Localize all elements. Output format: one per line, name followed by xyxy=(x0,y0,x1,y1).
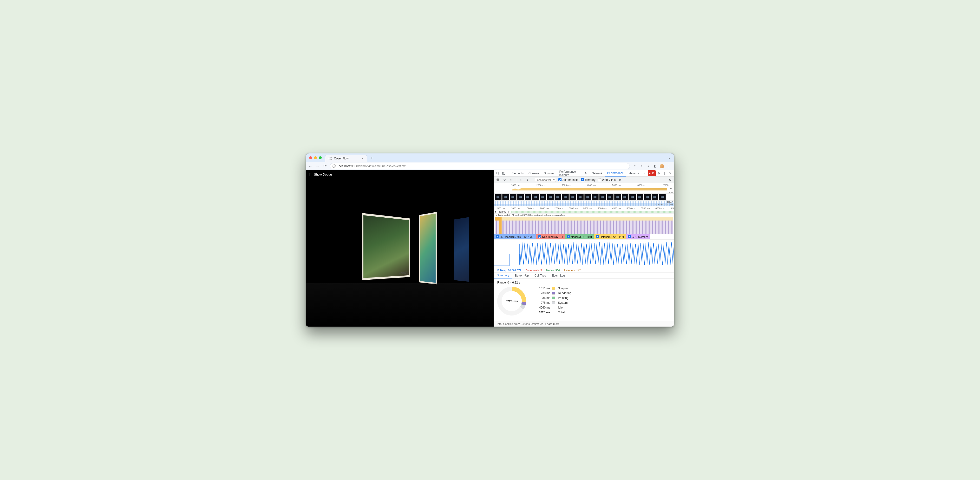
tab-call-tree[interactable]: Call Tree xyxy=(531,273,549,278)
web-vitals-checkbox[interactable]: Web Vitals xyxy=(598,178,616,182)
tab-sources[interactable]: Sources xyxy=(542,170,557,176)
tab-network[interactable]: Network xyxy=(589,170,605,176)
filmstrip-frame[interactable] xyxy=(502,194,509,200)
tab-elements[interactable]: Elements xyxy=(509,170,526,176)
coverflow-item[interactable]: Volume One DAB RECORDS xyxy=(362,213,410,280)
filmstrip-frame[interactable] xyxy=(592,194,598,200)
chrome-menu-button[interactable]: ⋮ xyxy=(667,164,671,168)
site-info-icon[interactable]: i xyxy=(332,165,336,168)
filmstrip-frame[interactable] xyxy=(607,194,614,200)
device-toggle-icon[interactable] xyxy=(501,170,506,176)
frames-track[interactable]: ▶ Framesns xyxy=(494,210,674,214)
filmstrip-frame[interactable] xyxy=(659,194,666,200)
share-icon[interactable]: ⇪ xyxy=(633,164,636,168)
filmstrip-frame[interactable] xyxy=(562,194,569,200)
filmstrip-frame[interactable] xyxy=(510,194,517,200)
show-debug-checkbox[interactable] xyxy=(309,173,312,176)
flame-chart[interactable] xyxy=(495,217,673,234)
tabs-more-icon[interactable]: » xyxy=(641,170,647,176)
filmstrip-frame[interactable] xyxy=(614,194,621,200)
filmstrip-frame[interactable] xyxy=(532,194,539,200)
record-button[interactable] xyxy=(496,178,500,182)
filmstrip-frame[interactable] xyxy=(555,194,561,200)
coverflow-item[interactable] xyxy=(453,217,469,282)
filmstrip-frame[interactable] xyxy=(622,194,628,200)
profile-avatar[interactable] xyxy=(660,164,664,168)
main-thread-track[interactable]: ▼Main — http://localhost:3000/demo/view-… xyxy=(494,214,674,234)
window-minimize-button[interactable] xyxy=(314,156,317,159)
filmstrip-frame[interactable] xyxy=(539,194,546,200)
collapse-icon[interactable]: ▼ xyxy=(495,214,497,216)
bookmark-icon[interactable]: ☆ xyxy=(640,164,643,168)
heap-graph[interactable] xyxy=(494,239,674,268)
filmstrip-frame[interactable] xyxy=(525,194,531,200)
session-select[interactable]: localhost #1 xyxy=(535,178,556,182)
load-profile-button[interactable]: ↥ xyxy=(519,178,523,182)
tab-performance[interactable]: Performance xyxy=(605,170,626,176)
tab-event-log[interactable]: Event Log xyxy=(549,273,568,278)
filmstrip-frame[interactable] xyxy=(495,194,501,200)
tab-memory[interactable]: Memory xyxy=(626,170,641,176)
capture-settings-icon[interactable]: ⚙ xyxy=(668,178,672,182)
counter-gpu[interactable]: GPU Memory xyxy=(626,234,650,239)
tab-console[interactable]: Console xyxy=(527,170,541,176)
overview-cpu-track[interactable]: CPU xyxy=(494,187,674,191)
overview-section[interactable]: 1000 ms 2000 ms 3000 ms 4000 ms 5000 ms … xyxy=(494,183,674,206)
frames-bars[interactable] xyxy=(511,211,674,213)
detail-ruler[interactable]: 500 ms 1000 ms 1500 ms 2000 ms 2500 ms 3… xyxy=(494,206,674,210)
reload-record-button[interactable]: ⟳ xyxy=(503,178,507,182)
overview-heap-track[interactable]: HEAP 10.5 MB – 12.7 MB xyxy=(494,201,674,206)
counter-listeners[interactable]: Listeners[142 – 142] xyxy=(594,234,626,239)
screenshot-filmstrip[interactable] xyxy=(494,193,674,201)
learn-more-link[interactable]: Learn more xyxy=(546,323,560,325)
tab-performance-insights[interactable]: Performance insights ⚗ xyxy=(557,170,589,176)
new-tab-button[interactable]: ＋ xyxy=(370,155,374,161)
filmstrip-frame[interactable] xyxy=(547,194,554,200)
save-profile-button[interactable]: ↧ xyxy=(525,178,530,182)
expand-icon[interactable]: ▶ xyxy=(495,211,497,213)
side-panel-icon[interactable]: ◧ xyxy=(653,164,657,168)
stat-docs: Documents: 5 xyxy=(526,269,542,272)
browser-tab[interactable]: Cover Flow × xyxy=(325,155,367,162)
coverflow-stage[interactable]: Volume One DAB RECORDS xyxy=(306,185,493,326)
filmstrip-frame[interactable] xyxy=(517,194,524,200)
address-input[interactable]: i localhost:3000/demo/view-timeline-css/… xyxy=(330,163,630,169)
counter-nodes[interactable]: Nodes[304 – 304] xyxy=(565,234,594,239)
overview-net-track[interactable]: NET xyxy=(494,191,674,193)
error-count-badge[interactable]: 22 xyxy=(648,170,655,176)
filmstrip-frame[interactable] xyxy=(644,194,651,200)
counter-jsheap[interactable]: JS Heap[10.5 MB – 12.7 MB] xyxy=(494,234,536,239)
counter-documents[interactable]: Documents[5 – 5] xyxy=(536,234,565,239)
devtools-close-icon[interactable]: ✕ xyxy=(667,170,673,176)
overview-ruler[interactable]: 1000 ms 2000 ms 3000 ms 4000 ms 5000 ms … xyxy=(494,183,674,187)
tab-bottom-up[interactable]: Bottom-Up xyxy=(512,273,531,278)
inspect-element-icon[interactable] xyxy=(495,170,501,176)
devtools-menu-icon[interactable]: ⋮ xyxy=(662,170,667,176)
garbage-collect-button[interactable]: 🗑 xyxy=(618,178,622,182)
devtools-settings-icon[interactable]: ⚙ xyxy=(656,170,662,176)
legend-ms: 36 ms xyxy=(533,296,550,299)
window-close-button[interactable] xyxy=(309,156,312,159)
filmstrip-frame[interactable] xyxy=(577,194,584,200)
clear-button[interactable]: ⊘ xyxy=(509,178,514,182)
window-maximize-button[interactable] xyxy=(319,156,322,159)
filmstrip-frame[interactable] xyxy=(636,194,643,200)
nav-reload-button[interactable]: ⟳ xyxy=(323,164,327,168)
summary-range: Range: 0 – 6.22 s xyxy=(497,281,671,284)
filmstrip-frame[interactable] xyxy=(652,194,658,200)
filmstrip-frame[interactable] xyxy=(584,194,591,200)
coverflow-item[interactable] xyxy=(419,212,437,284)
filmstrip-frame[interactable] xyxy=(599,194,606,200)
show-debug-option[interactable]: Show Debug xyxy=(306,170,493,179)
filmstrip-frame[interactable] xyxy=(629,194,636,200)
tabs-overflow-button[interactable]: ⌄ xyxy=(668,156,671,160)
summary-donut-chart[interactable]: 6220 ms xyxy=(497,287,526,315)
filmstrip-frame[interactable] xyxy=(570,194,576,200)
nav-back-button[interactable]: ← xyxy=(308,164,313,168)
screenshots-checkbox[interactable]: Screenshots xyxy=(558,178,579,182)
tab-close-button[interactable]: × xyxy=(362,157,364,160)
tab-summary[interactable]: Summary xyxy=(494,273,512,279)
extensions-icon[interactable]: ✦ xyxy=(646,164,650,168)
memory-checkbox[interactable]: Memory xyxy=(581,178,595,182)
nav-forward-button[interactable]: → xyxy=(315,164,320,168)
